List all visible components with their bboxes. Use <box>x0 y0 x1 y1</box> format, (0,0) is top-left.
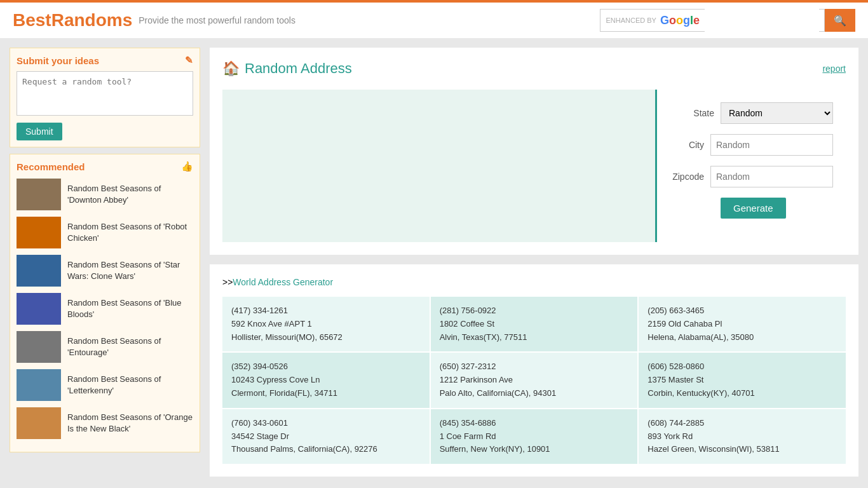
zipcode-label: Zipcode <box>670 172 704 182</box>
address-phone: (608) 744-2885 <box>648 417 837 430</box>
rec-item-label: Random Best Seasons of 'Star Wars: Clone… <box>67 259 193 282</box>
submit-ideas-header: Submit your ideas ✎ <box>17 55 193 66</box>
recommended-item[interactable]: Random Best Seasons of 'Blue Bloods' <box>17 293 193 325</box>
card-title: 🏠 Random Address <box>222 60 352 77</box>
main-content: 🏠 Random Address report State Random Cit… <box>210 48 858 477</box>
address-phone: (606) 528-0860 <box>648 360 837 374</box>
address-phone: (205) 663-3465 <box>648 304 837 318</box>
search-input[interactable] <box>705 9 819 32</box>
header-left: BestRandoms Provide the most powerful ra… <box>13 10 295 30</box>
world-title: >>World Address Generator <box>222 277 333 287</box>
address-city-state: Corbin, Kentucky(KY), 40701 <box>648 387 837 400</box>
address-city-state: Clermont, Florida(FL), 34711 <box>231 387 421 400</box>
recommended-items: Random Best Seasons of 'Downton Abbey'Ra… <box>17 179 193 439</box>
address-cell: (608) 744-2885 893 York Rd Hazel Green, … <box>639 409 846 464</box>
address-street: 1802 Coffee St <box>440 318 629 331</box>
address-phone: (281) 756-0922 <box>440 304 629 318</box>
world-title-link[interactable]: World Address Generator <box>233 277 333 287</box>
city-label: City <box>670 140 704 150</box>
google-o1-icon: o <box>669 14 676 27</box>
sidebar: Submit your ideas ✎ Submit Recommended 👍… <box>10 48 200 477</box>
address-phone: (650) 327-2312 <box>440 360 629 374</box>
state-select[interactable]: Random <box>721 102 833 124</box>
report-link[interactable]: report <box>822 64 846 74</box>
address-street: 2159 Old Cahaba Pl <box>648 318 837 331</box>
search-area: ENHANCED BY Google 🔍 <box>600 9 855 32</box>
card-header: 🏠 Random Address report <box>222 60 846 77</box>
rec-item-label: Random Best Seasons of 'Orange Is the Ne… <box>67 412 193 435</box>
google-g-icon: G <box>660 14 669 27</box>
controls-area: State Random City Zipcode Generate <box>222 90 846 242</box>
rec-thumbnail <box>17 407 61 439</box>
world-prefix: >> <box>222 277 233 287</box>
submit-button[interactable]: Submit <box>17 123 62 140</box>
submit-ideas-section: Submit your ideas ✎ Submit <box>10 48 200 147</box>
recommended-item[interactable]: Random Best Seasons of 'Downton Abbey' <box>17 179 193 210</box>
rec-thumbnail <box>17 217 61 248</box>
address-city-state: Thousand Palms, California(CA), 92276 <box>231 443 421 456</box>
recommended-item[interactable]: Random Best Seasons of 'Entourage' <box>17 331 193 363</box>
generate-button[interactable]: Generate <box>721 198 786 219</box>
address-cell: (205) 663-3465 2159 Old Cahaba Pl Helena… <box>639 297 846 351</box>
zipcode-row: Zipcode <box>670 166 833 187</box>
city-row: City <box>670 134 833 156</box>
address-phone: (417) 334-1261 <box>231 304 421 318</box>
address-cell: (606) 528-0860 1375 Master St Corbin, Ke… <box>639 353 846 407</box>
edit-icon: ✎ <box>185 55 193 66</box>
address-city-state: Alvin, Texas(TX), 77511 <box>440 331 629 344</box>
site-logo[interactable]: BestRandoms <box>13 10 132 30</box>
google-g2-icon: g <box>683 14 690 27</box>
google-e-icon: e <box>693 14 700 27</box>
address-cell: (417) 334-1261 592 Knox Ave #APT 1 Holli… <box>222 297 430 351</box>
address-city-state: Hazel Green, Wisconsin(WI), 53811 <box>648 443 837 456</box>
address-city-state: Helena, Alabama(AL), 35080 <box>648 331 837 344</box>
rec-thumbnail <box>17 179 61 210</box>
rec-thumbnail <box>17 331 61 363</box>
address-street: 10243 Cypress Cove Ln <box>231 374 421 387</box>
address-cell: (281) 756-0922 1802 Coffee St Alvin, Tex… <box>431 297 638 351</box>
rec-item-label: Random Best Seasons of 'Letterkenny' <box>67 374 193 396</box>
form-panel: State Random City Zipcode Generate <box>655 90 846 242</box>
search-button[interactable]: 🔍 <box>825 9 855 32</box>
address-grid: (417) 334-1261 592 Knox Ave #APT 1 Holli… <box>222 297 846 464</box>
recommended-item[interactable]: Random Best Seasons of 'Letterkenny' <box>17 369 193 401</box>
map-placeholder <box>222 90 655 242</box>
recommended-header: Recommended 👍 <box>17 161 193 172</box>
zipcode-input[interactable] <box>710 166 833 187</box>
random-address-card: 🏠 Random Address report State Random Cit… <box>210 48 858 255</box>
address-cell: (760) 343-0601 34542 Stage Dr Thousand P… <box>222 409 430 464</box>
ideas-textarea[interactable] <box>17 71 193 116</box>
address-phone: (760) 343-0601 <box>231 417 421 430</box>
state-row: State Random <box>670 102 833 124</box>
city-input[interactable] <box>710 134 833 156</box>
recommended-item[interactable]: Random Best Seasons of 'Orange Is the Ne… <box>17 407 193 439</box>
world-address-header: >>World Address Generator <box>222 277 846 287</box>
submit-ideas-title: Submit your ideas <box>17 55 99 66</box>
enhanced-by-label: ENHANCED BY <box>606 17 656 24</box>
address-street: 1212 Parkinson Ave <box>440 374 629 387</box>
google-o2-icon: o <box>676 14 683 27</box>
home-icon: 🏠 <box>222 60 240 77</box>
address-city-state: Suffern, New York(NY), 10901 <box>440 443 629 456</box>
address-street: 1 Coe Farm Rd <box>440 430 629 444</box>
recommended-item[interactable]: Random Best Seasons of 'Robot Chicken' <box>17 217 193 248</box>
state-label: State <box>670 108 714 118</box>
search-container: ENHANCED BY Google <box>600 9 825 32</box>
like-icon: 👍 <box>181 161 193 172</box>
recommended-section: Recommended 👍 Random Best Seasons of 'Do… <box>10 154 200 452</box>
world-address-card: >>World Address Generator (417) 334-1261… <box>210 264 858 477</box>
card-title-text: Random Address <box>245 60 352 77</box>
address-street: 34542 Stage Dr <box>231 430 421 444</box>
rec-thumbnail <box>17 255 61 287</box>
recommended-title: Recommended <box>17 161 85 172</box>
site-tagline: Provide the most powerful random tools <box>139 15 295 25</box>
rec-item-label: Random Best Seasons of 'Blue Bloods' <box>67 297 193 320</box>
address-street: 1375 Master St <box>648 374 837 387</box>
rec-item-label: Random Best Seasons of 'Entourage' <box>67 336 193 358</box>
address-city-state: Palo Alto, California(CA), 94301 <box>440 387 629 400</box>
recommended-item[interactable]: Random Best Seasons of 'Star Wars: Clone… <box>17 255 193 287</box>
rec-item-label: Random Best Seasons of 'Robot Chicken' <box>67 221 193 244</box>
page-layout: Submit your ideas ✎ Submit Recommended 👍… <box>0 38 868 486</box>
address-phone: (845) 354-6886 <box>440 417 629 430</box>
address-phone: (352) 394-0526 <box>231 360 421 374</box>
